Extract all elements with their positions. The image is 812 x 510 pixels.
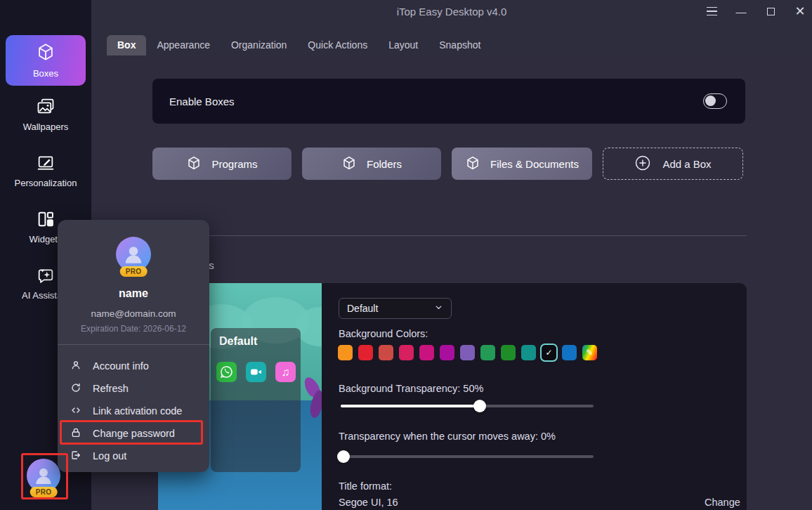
minimize-icon[interactable]: —	[735, 5, 747, 18]
personalization-icon	[36, 153, 55, 173]
sidebar-item-label: Personalization	[15, 178, 77, 188]
background-colors-label: Background Colors:	[339, 328, 428, 339]
custom-color-picker-swatch[interactable]: ✎	[582, 345, 597, 360]
menu-icon[interactable]	[705, 5, 718, 18]
color-swatch[interactable]	[379, 345, 393, 360]
enable-boxes-label: Enable Boxes	[169, 96, 703, 107]
tab-layout[interactable]: Layout	[378, 35, 428, 55]
add-box-label: Add a Box	[662, 158, 711, 170]
title-bar: iTop Easy Desktop v4.0 — ✕ Box Appearanc…	[91, 0, 812, 55]
box-settings-panel: Default ♫ Default Background Colors:	[158, 283, 747, 510]
folders-box-button[interactable]: Folders	[302, 148, 441, 180]
bg-transparency-slider[interactable]	[341, 400, 594, 412]
pencil-icon: ✎	[582, 345, 597, 360]
box-button-label: Files & Documents	[490, 158, 579, 170]
video-call-icon	[246, 362, 266, 382]
preview-box-title: Default	[211, 328, 301, 348]
menu-item-account-info[interactable]: Account info	[58, 355, 209, 377]
color-swatch-selected[interactable]: ✓	[542, 345, 556, 360]
music-icon: ♫	[275, 362, 296, 382]
plus-circle-icon	[634, 155, 651, 174]
box-button-label: Folders	[367, 158, 402, 170]
sidebar-item-label: Wallpapers	[23, 122, 69, 132]
slider-thumb[interactable]	[337, 450, 350, 463]
maximize-icon[interactable]	[764, 5, 777, 18]
background-color-swatches: ✓ ✎	[338, 345, 597, 360]
menu-item-label: Refresh	[93, 383, 129, 394]
window-controls: — ✕	[705, 0, 806, 22]
menu-item-label: Link activation code	[93, 405, 182, 417]
color-swatch[interactable]	[419, 345, 434, 360]
color-swatch[interactable]	[480, 345, 495, 360]
color-swatch[interactable]	[562, 345, 577, 360]
pro-badge: PRO	[120, 266, 148, 277]
close-icon[interactable]: ✕	[794, 5, 806, 18]
account-menu: Account info Refresh Link activation cod…	[58, 355, 209, 467]
color-swatch[interactable]	[358, 345, 373, 360]
logout-icon	[70, 450, 81, 463]
box-icon	[465, 155, 480, 173]
color-swatch[interactable]	[521, 345, 536, 360]
window-title: iTop Easy Desktop v4.0	[91, 6, 812, 18]
color-swatch[interactable]	[440, 345, 454, 360]
box-select-dropdown[interactable]: Default	[339, 298, 452, 319]
annotation-highlight-account-avatar	[21, 453, 68, 499]
sidebar-item-boxes[interactable]: Boxes	[6, 35, 86, 86]
bg-transparency-label: Background Transparency: 50%	[339, 383, 483, 394]
wallpapers-icon	[36, 97, 55, 117]
box-icon	[186, 155, 202, 173]
popup-divider	[58, 344, 209, 345]
chevron-down-icon	[434, 303, 443, 314]
enable-boxes-card: Enable Boxes	[152, 79, 745, 124]
check-icon: ✓	[545, 348, 552, 358]
files-documents-box-button[interactable]: Files & Documents	[452, 148, 592, 180]
box-button-label: Programs	[211, 158, 257, 170]
tab-box[interactable]: Box	[107, 35, 146, 55]
title-format-value: Segoe UI, 16	[339, 497, 398, 508]
box-button-row: Programs Folders Files & Documents Add a…	[152, 148, 743, 180]
section-divider	[158, 235, 747, 236]
tab-bar: Box Appearance Organization Quick Action…	[107, 35, 491, 55]
color-swatch[interactable]	[399, 345, 414, 360]
tab-snapshot[interactable]: Snapshot	[428, 35, 491, 55]
preview-app-icons: ♫	[216, 362, 296, 382]
code-icon	[70, 405, 81, 418]
menu-item-log-out[interactable]: Log out	[58, 445, 209, 467]
account-email: name@domain.com	[58, 308, 209, 319]
sidebar-item-label: Boxes	[33, 68, 58, 79]
slider-thumb[interactable]	[473, 400, 486, 412]
menu-item-link-activation-code[interactable]: Link activation code	[58, 400, 209, 422]
cursor-transparency-slider[interactable]	[341, 450, 594, 463]
color-swatch[interactable]	[460, 345, 475, 360]
slider-track[interactable]	[341, 455, 594, 458]
menu-item-label: Log out	[93, 450, 126, 462]
account-popup: PRO name name@domain.com Expiration Date…	[58, 220, 209, 472]
menu-item-label: Account info	[93, 360, 149, 372]
add-a-box-button[interactable]: Add a Box	[603, 148, 743, 180]
annotation-highlight-change-password	[60, 420, 203, 445]
whatsapp-icon	[216, 362, 237, 382]
refresh-icon	[70, 382, 81, 395]
box-icon	[341, 155, 357, 173]
title-format-label: Title format:	[339, 480, 392, 492]
widgets-icon	[36, 209, 55, 229]
programs-box-button[interactable]: Programs	[152, 148, 292, 180]
color-swatch[interactable]	[501, 345, 516, 360]
preview-default-box: Default ♫	[211, 328, 301, 472]
tab-appearance[interactable]: Appearance	[146, 35, 221, 55]
tab-organization[interactable]: Organization	[221, 35, 297, 55]
sidebar-item-personalization[interactable]: Personalization	[0, 153, 91, 188]
change-title-format-link[interactable]: Change	[705, 497, 740, 508]
ai-assistant-icon	[36, 266, 55, 285]
box-icon	[36, 42, 55, 64]
color-swatch[interactable]	[338, 345, 353, 360]
enable-boxes-toggle[interactable]	[703, 93, 727, 109]
person-icon	[70, 360, 81, 373]
tab-quick-actions[interactable]: Quick Actions	[297, 35, 378, 55]
menu-item-refresh[interactable]: Refresh	[58, 377, 209, 400]
box-select-value: Default	[347, 303, 378, 314]
cursor-transparency-label: Transparency when the cursor moves away:…	[339, 431, 556, 442]
sidebar-item-wallpapers[interactable]: Wallpapers	[0, 97, 91, 132]
slider-fill	[341, 405, 480, 407]
account-expiration: Expiration Date: 2026-06-12	[58, 324, 209, 334]
